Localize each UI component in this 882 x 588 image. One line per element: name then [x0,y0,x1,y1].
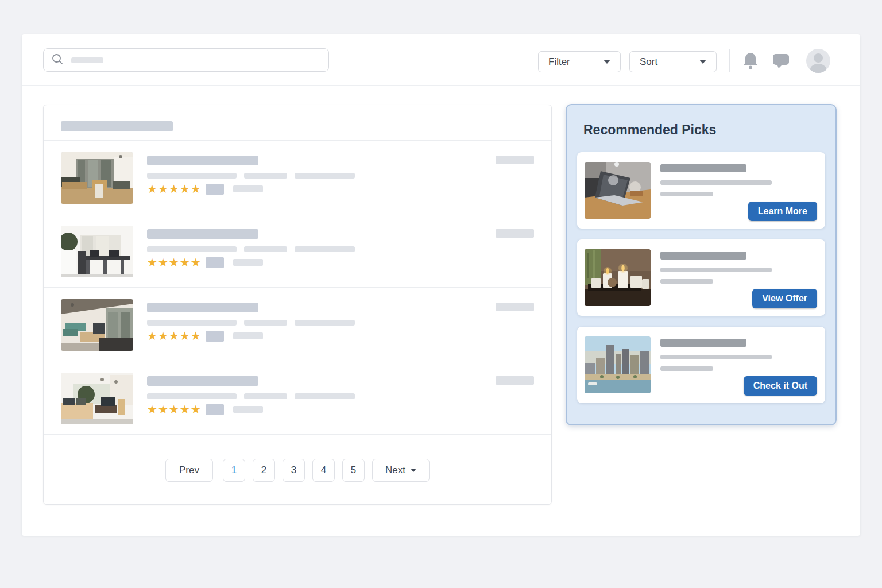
meta-bar [147,173,237,179]
star-rating: ★★★★★ [147,404,202,415]
listing-rating: ★★★★★ [147,257,534,268]
card-line-skeleton [660,366,713,371]
listing-title-skeleton [147,229,258,239]
card-photo [585,336,651,393]
learn-more-button[interactable]: Learn More [748,202,817,221]
prev-page-button[interactable]: Prev [165,459,213,482]
filter-dropdown[interactable]: Filter [538,51,621,72]
card-title-skeleton [660,164,746,172]
listing-photo [61,373,133,424]
meta-bar [244,173,287,179]
meta-bar [295,320,355,326]
listing-content: ★★★★★ [147,373,534,415]
card-photo [585,162,651,219]
app-window: Filter Sort [22,34,860,536]
search-placeholder-skeleton [71,57,103,63]
rating-extra-skeleton [233,259,263,266]
sort-dropdown[interactable]: Sort [629,51,717,72]
laptop-workspace-photo [585,162,651,219]
panel-title-skeleton [61,121,173,131]
check-it-out-button[interactable]: Check it Out [744,376,817,396]
meta-bar [295,246,355,252]
sort-label: Sort [640,56,657,68]
card-line-skeleton [660,355,772,359]
card-line-skeleton [660,180,772,185]
listing-meta-skeleton [147,246,534,252]
listing-meta-skeleton [147,320,534,326]
view-offer-button[interactable]: View Offer [752,289,817,308]
next-label: Next [385,465,405,476]
rating-count-skeleton [206,404,224,415]
recommended-card[interactable]: Check it Out [577,327,825,403]
rating-extra-skeleton [233,406,263,413]
card-title-skeleton [660,339,746,347]
meta-bar [147,320,237,326]
rating-count-skeleton [206,257,224,268]
listing-photo [61,299,133,351]
recommended-card[interactable]: View Offer [577,239,825,316]
star-rating: ★★★★★ [147,183,202,195]
card-photo [585,249,651,306]
office-glass-partition-photo [61,152,133,204]
price-skeleton [496,156,534,164]
header-divider [729,49,730,72]
listing-meta-skeleton [147,393,534,399]
listing-row[interactable]: ★★★★★ [44,288,551,361]
card-line-skeleton [660,279,713,284]
office-lounge-sofas-photo [61,373,133,424]
listing-meta-skeleton [147,173,534,179]
search-input[interactable] [43,48,329,72]
chevron-down-icon [411,469,416,472]
listing-photo [61,152,133,204]
page-button-1[interactable]: 1 [223,459,245,482]
listing-rating: ★★★★★ [147,404,534,415]
rating-count-skeleton [206,184,224,195]
messages-button[interactable] [772,53,790,69]
meta-bar [244,320,287,326]
listing-content: ★★★★★ [147,299,534,342]
listing-rating: ★★★★★ [147,330,534,342]
rating-extra-skeleton [233,185,263,192]
listing-row[interactable]: ★★★★★ [44,214,551,288]
spa-candles-photo [585,249,651,306]
listing-row[interactable]: ★★★★★ [44,361,551,435]
user-avatar[interactable] [806,49,830,73]
listing-title-skeleton [147,376,258,386]
listing-photo [61,226,133,277]
office-bright-plant-photo [61,226,133,277]
top-header: Filter Sort [22,34,860,86]
listing-row[interactable]: ★★★★★ [44,141,551,214]
meta-bar [244,393,287,399]
recommended-panel: Recommended Picks [566,104,837,425]
listing-rating: ★★★★★ [147,183,534,195]
page-button-4[interactable]: 4 [312,459,335,482]
notifications-button[interactable] [742,52,759,69]
page-button-3[interactable]: 3 [283,459,305,482]
page-button-5[interactable]: 5 [342,459,365,482]
meta-bar [295,173,355,179]
page-button-2[interactable]: 2 [253,459,275,482]
recommended-card[interactable]: Learn More [577,152,825,229]
next-page-button[interactable]: Next [372,459,430,482]
listing-content: ★★★★★ [147,152,534,195]
pagination: Prev 1 2 3 4 5 Next [44,459,551,482]
chevron-down-icon [699,60,706,64]
listing-title-skeleton [147,303,258,312]
listing-title-skeleton [147,156,258,165]
city-skyline-photo [585,336,651,393]
card-line-skeleton [660,268,772,272]
chat-icon [772,53,790,69]
rating-count-skeleton [206,331,224,342]
card-line-skeleton [660,192,713,196]
listing-content: ★★★★★ [147,226,534,268]
rating-extra-skeleton [233,332,263,339]
meta-bar [244,246,287,252]
meta-bar [147,246,237,252]
card-title-skeleton [660,252,746,260]
price-skeleton [496,303,534,311]
avatar-silhouette-head [814,53,823,63]
price-skeleton [496,229,534,238]
meta-bar [147,393,237,399]
recommended-title: Recommended Picks [583,122,835,138]
price-skeleton [496,376,534,385]
